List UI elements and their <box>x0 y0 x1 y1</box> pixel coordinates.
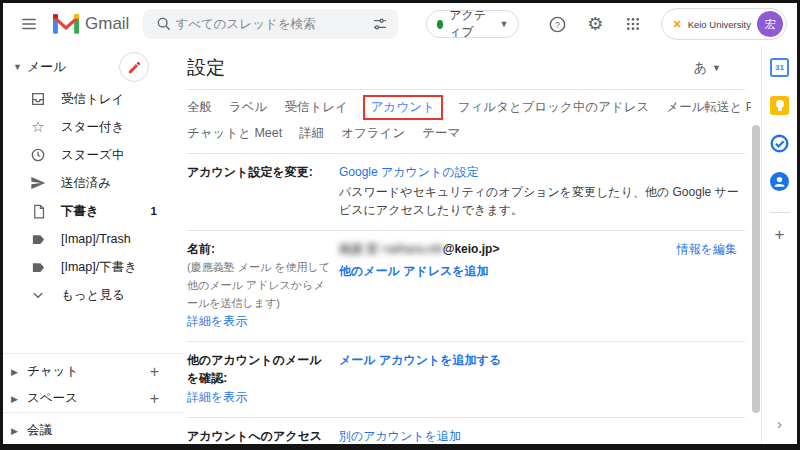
search-bar[interactable] <box>143 9 397 39</box>
hamburger-menu-icon[interactable] <box>15 10 43 38</box>
pencil-icon <box>127 60 142 75</box>
sidebar-item-label: 送信済み <box>61 175 111 192</box>
brand-name: Gmail <box>85 14 129 34</box>
sidebar-item-more[interactable]: もっと見る <box>3 281 183 309</box>
tab-offline[interactable]: オフライン <box>341 125 405 142</box>
scrollbar-thumb[interactable] <box>752 125 760 413</box>
section-check-other-accounts: 他のアカウントのメールを確認: 詳細を表示 メール アカウントを追加する <box>187 342 745 417</box>
scrollbar-track[interactable] <box>751 45 761 444</box>
drafts-count: 1 <box>151 205 157 217</box>
section-content: 別のアカウントを追加 既読にする 他のユーザーがスレッドを開くと既読にする 他の… <box>339 427 745 444</box>
compose-button[interactable] <box>119 52 149 82</box>
avatar-initial: 宏 <box>765 17 776 32</box>
tab-chat-meet[interactable]: チャットと Meet <box>187 125 282 142</box>
section-label: 名前: (慶應義塾 メール を使用して他のメール アドレスからメールを送信します… <box>187 240 339 331</box>
redacted-name: 相原 宏 <aihara.ntt <box>339 242 443 256</box>
section-name: 名前: (慶應義塾 メール を使用して他のメール アドレスからメールを送信します… <box>187 231 745 341</box>
section-label: スペース <box>27 390 78 407</box>
section-label: 他のアカウントのメールを確認: 詳細を表示 <box>187 351 339 407</box>
calendar-icon[interactable]: 31 <box>770 58 789 77</box>
sidebar-item-imap-drafts[interactable]: [Imap]/下書き <box>3 253 183 281</box>
mail-section-label: メール <box>27 58 119 76</box>
account-chip[interactable]: ✕ Keio University 宏 <box>661 8 787 40</box>
active-status-dot <box>437 20 443 29</box>
sidebar-mail-section-header[interactable]: ▼ メール <box>3 49 183 85</box>
section-change-account-settings: アカウント設定を変更: Google アカウントの設定 パスワードやセキュリティ… <box>187 154 745 230</box>
add-mail-account-link[interactable]: メール アカウントを追加する <box>339 353 501 367</box>
star-icon: ☆ <box>29 118 47 136</box>
add-email-address-link[interactable]: 他のメール アドレスを追加 <box>339 264 489 278</box>
email-domain: @keio.jp> <box>443 242 500 256</box>
inbox-icon <box>29 90 47 108</box>
search-icon[interactable] <box>153 13 175 35</box>
label-icon <box>29 258 47 276</box>
status-selector[interactable]: アクティブ ▼ <box>426 10 520 38</box>
section-label: チャット <box>27 363 78 380</box>
edit-info-link[interactable]: 情報を編集 <box>677 242 737 256</box>
draft-icon <box>29 202 47 220</box>
sidebar-item-drafts[interactable]: 下書き 1 <box>3 197 183 225</box>
section-label: 会議 <box>27 422 52 439</box>
gmail-m-icon <box>53 14 79 34</box>
sidebar-section-meet[interactable]: ▶ 会議 <box>3 417 183 444</box>
tab-advanced[interactable]: 詳細 <box>299 125 324 142</box>
get-addons-button[interactable]: + <box>775 225 785 245</box>
sidebar-item-starred[interactable]: ☆ スター付き <box>3 113 183 141</box>
show-details-link[interactable]: 詳細を表示 <box>187 314 247 328</box>
contacts-icon[interactable] <box>770 172 789 191</box>
section-content: 相原 宏 <aihara.ntt@keio.jp> 他のメール アドレスを追加 <box>339 240 659 331</box>
section-label: アカウント設定を変更: <box>187 163 339 220</box>
svg-text:?: ? <box>555 19 560 29</box>
sidebar-item-imap-trash[interactable]: [Imap]/Trash <box>3 225 183 253</box>
collapse-panel-icon[interactable]: › <box>777 415 782 432</box>
gmail-logo: Gmail <box>53 14 129 34</box>
new-space-button[interactable]: + <box>150 390 159 408</box>
apps-grid-icon[interactable] <box>619 10 647 38</box>
sidebar-item-snoozed[interactable]: スヌーズ中 <box>3 141 183 169</box>
tab-themes[interactable]: テーマ <box>422 125 460 142</box>
tabs-row-1: 全般 ラベル 受信トレイ アカウント フィルタとブロック中のアドレス メール転送… <box>187 99 745 116</box>
tab-filters[interactable]: フィルタとブロック中のアドレス <box>458 99 650 116</box>
caret-down-icon: ▼ <box>13 62 27 72</box>
sidebar-item-label: 下書き <box>61 203 99 220</box>
tune-icon[interactable] <box>368 12 392 36</box>
input-tools-selector[interactable]: あ ▼ <box>694 59 735 77</box>
section-label: アカウントへのアクセスを許可: (あなたのメールボックスで閲覧/送信できるように… <box>187 427 339 444</box>
tab-accounts[interactable]: アカウント <box>363 95 443 120</box>
sidebar-item-sent[interactable]: 送信済み <box>3 169 183 197</box>
caret-right-icon: ▶ <box>11 367 27 377</box>
tab-forwarding-pop-imap[interactable]: メール転送と POP/IMAP <box>666 99 751 116</box>
body: ▼ メール 受信トレイ ☆ スター付き <box>3 45 797 444</box>
tab-general[interactable]: 全般 <box>187 99 212 116</box>
search-input[interactable] <box>175 17 367 31</box>
sidebar-section-chat[interactable]: ▶ チャット + <box>3 358 183 385</box>
status-label: アクティブ <box>449 7 493 41</box>
gear-icon[interactable]: ⚙ <box>581 10 609 38</box>
divider <box>770 212 790 213</box>
keep-icon[interactable] <box>770 96 789 115</box>
new-chat-button[interactable]: + <box>150 363 159 381</box>
avatar[interactable]: 宏 <box>757 11 783 37</box>
sidebar-item-label: 受信トレイ <box>61 91 124 108</box>
side-panel: 31 + › <box>761 45 797 444</box>
section-content: メール アカウントを追加する <box>339 351 745 407</box>
tab-inbox[interactable]: 受信トレイ <box>284 99 347 116</box>
tasks-icon[interactable] <box>770 134 789 153</box>
org-name: Keio University <box>688 19 751 30</box>
label-icon <box>29 230 47 248</box>
add-another-account-link[interactable]: 別のアカウントを追加 <box>339 429 461 443</box>
topbar-icons: ? ⚙ <box>543 10 647 38</box>
help-icon[interactable]: ? <box>543 10 571 38</box>
clock-icon <box>29 146 47 164</box>
page-title: 設定 <box>187 55 694 81</box>
sidebar: ▼ メール 受信トレイ ☆ スター付き <box>3 45 183 444</box>
send-icon <box>29 174 47 192</box>
calendar-date: 31 <box>772 60 787 75</box>
sidebar-item-inbox[interactable]: 受信トレイ <box>3 85 183 113</box>
sidebar-bottom-sections: ▶ チャット + ▶ スペース + ▶ 会議 <box>3 353 183 444</box>
google-account-settings-link[interactable]: Google アカウントの設定 <box>339 165 479 179</box>
caret-right-icon: ▶ <box>11 394 27 404</box>
show-details-link[interactable]: 詳細を表示 <box>187 390 247 404</box>
sidebar-section-spaces[interactable]: ▶ スペース + <box>3 385 183 412</box>
tab-labels[interactable]: ラベル <box>229 99 267 116</box>
